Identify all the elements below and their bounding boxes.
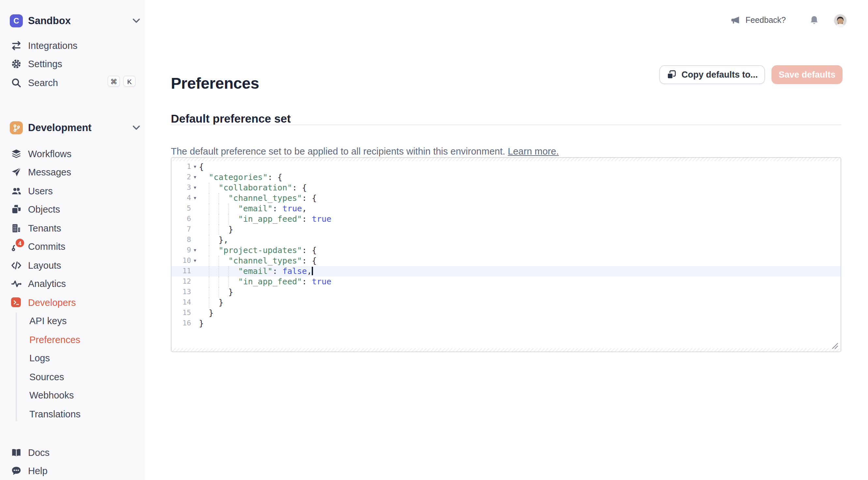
environment-logo	[10, 121, 23, 134]
users-icon	[11, 186, 22, 196]
code-line-14[interactable]: 14}	[172, 297, 841, 308]
fold-icon[interactable]: ▾	[191, 256, 199, 266]
copy-defaults-label: Copy defaults to...	[681, 70, 758, 80]
sidebar-item-developers[interactable]: Developers	[11, 295, 76, 310]
indent-guide	[209, 183, 218, 193]
sidebar-item-tenants[interactable]: Tenants	[11, 220, 61, 236]
code-line-7[interactable]: 7}	[172, 224, 841, 235]
resize-handle-icon[interactable]	[832, 342, 839, 350]
k-key: K	[123, 76, 136, 87]
code-line-8[interactable]: 8},	[172, 235, 841, 245]
code-line-4[interactable]: 4▾"channel_types": {	[172, 193, 841, 204]
fold-icon[interactable]: ▾	[191, 183, 199, 193]
sidebar-item-help[interactable]: Help	[11, 463, 48, 479]
sidebar-subitem-webhooks[interactable]: Webhooks	[29, 388, 74, 402]
sidebar-item-label: Integrations	[28, 40, 78, 51]
code-line-12[interactable]: 12"in_app_feed": true	[172, 276, 841, 287]
code-line-15[interactable]: 15}	[172, 308, 841, 318]
sidebar-item-messages[interactable]: Messages	[11, 164, 71, 180]
sidebar-item-label: Settings	[28, 59, 62, 69]
notifications-button[interactable]	[809, 0, 819, 40]
code-line-11[interactable]: 11"email": false,	[172, 266, 841, 276]
json-key: "email"	[238, 266, 272, 276]
code-line-10[interactable]: 10▾"channel_types": {	[172, 256, 841, 266]
fold-spacer	[191, 308, 199, 318]
line-number: 6	[172, 214, 191, 224]
learn-more-link[interactable]: Learn more.	[508, 146, 559, 156]
chat-bubble-icon	[11, 466, 22, 476]
sidebar-item-search[interactable]: Search	[11, 75, 58, 91]
code-brackets-icon	[11, 260, 22, 271]
sidebar-subitem-translations[interactable]: Translations	[29, 407, 81, 421]
json-punctuation: :	[273, 204, 282, 213]
sidebar-item-commits[interactable]: 4 Commits	[11, 239, 65, 254]
sidebar-item-label: Tenants	[28, 223, 61, 234]
indent-guide	[218, 224, 228, 235]
code-line-3[interactable]: 3▾"collaboration": {	[172, 183, 841, 193]
code-text: {	[199, 162, 204, 172]
json-punctuation: : {	[302, 193, 317, 203]
json-key: "categories"	[209, 172, 268, 182]
sidebar-subitem-logs[interactable]: Logs	[29, 351, 50, 365]
json-punctuation: :	[273, 266, 282, 276]
indent-space	[199, 276, 209, 287]
json-punctuation: },	[218, 235, 228, 245]
indent-guide	[218, 193, 228, 204]
sidebar: C Sandbox Integrations Settings	[0, 0, 146, 480]
megaphone-icon	[731, 16, 740, 25]
feedback-button[interactable]: Feedback?	[731, 0, 786, 40]
user-avatar[interactable]	[834, 14, 846, 27]
sidebar-item-layouts[interactable]: Layouts	[11, 258, 61, 273]
code-text: }	[199, 318, 204, 329]
indent-guide	[218, 287, 228, 297]
sidebar-item-users[interactable]: Users	[11, 183, 53, 199]
code-line-16[interactable]: 16}	[172, 318, 841, 329]
fold-icon[interactable]: ▾	[191, 245, 199, 256]
sidebar-item-workflows[interactable]: Workflows	[11, 146, 71, 162]
json-punctuation: }	[199, 318, 204, 328]
sidebar-item-analytics[interactable]: Analytics	[11, 276, 66, 292]
indent-space	[199, 183, 209, 193]
chevron-down-icon	[132, 125, 140, 130]
json-key: "collaboration"	[218, 183, 292, 192]
save-defaults-button[interactable]: Save defaults	[772, 65, 843, 84]
sidebar-item-objects[interactable]: Objects	[11, 202, 60, 217]
json-punctuation: ,	[307, 266, 312, 276]
workspace-switcher[interactable]: C Sandbox	[10, 12, 71, 30]
code-line-13[interactable]: 13}	[172, 287, 841, 297]
code-text: "in_app_feed": true	[199, 276, 331, 287]
sidebar-item-label: Commits	[28, 241, 65, 252]
chevron-down-icon	[132, 18, 140, 24]
page-title: Preferences	[171, 74, 259, 93]
save-defaults-label: Save defaults	[779, 70, 835, 80]
json-punctuation: }	[218, 297, 223, 307]
code-line-5[interactable]: 5"email": true,	[172, 204, 841, 214]
code-line-1[interactable]: 1▾{	[172, 162, 841, 172]
code-line-6[interactable]: 6"in_app_feed": true	[172, 214, 841, 224]
sidebar-item-label: Workflows	[28, 149, 71, 159]
fold-icon[interactable]: ▾	[191, 162, 199, 172]
indent-space	[199, 245, 209, 256]
line-number: 9	[172, 245, 191, 256]
json-punctuation: ,	[302, 204, 307, 213]
json-key: "channel_types"	[228, 256, 302, 265]
commits-icon-wrap: 4	[11, 241, 22, 252]
fold-icon[interactable]: ▾	[191, 193, 199, 204]
json-code-editor[interactable]: 1▾{2▾"categories": {3▾"collaboration": {…	[171, 157, 841, 352]
sidebar-subitem-preferences[interactable]: Preferences	[29, 333, 80, 347]
commits-count-badge: 4	[14, 237, 25, 248]
line-number: 11	[172, 266, 191, 276]
code-line-2[interactable]: 2▾"categories": {	[172, 172, 841, 183]
sidebar-item-settings[interactable]: Settings	[11, 56, 62, 72]
environment-switcher[interactable]: Development	[10, 119, 92, 137]
fold-spacer	[191, 214, 199, 224]
sidebar-subitem-sources[interactable]: Sources	[29, 370, 64, 384]
sidebar-subitem-api-keys[interactable]: API keys	[29, 314, 66, 328]
sidebar-item-integrations[interactable]: Integrations	[11, 38, 78, 54]
subnav-rule	[16, 312, 17, 421]
fold-icon[interactable]: ▾	[191, 172, 199, 183]
code-line-9[interactable]: 9▾"project-updates": {	[172, 245, 841, 256]
copy-defaults-button[interactable]: Copy defaults to...	[659, 65, 765, 84]
sidebar-item-docs[interactable]: Docs	[11, 445, 50, 460]
indent-guide	[209, 193, 218, 204]
